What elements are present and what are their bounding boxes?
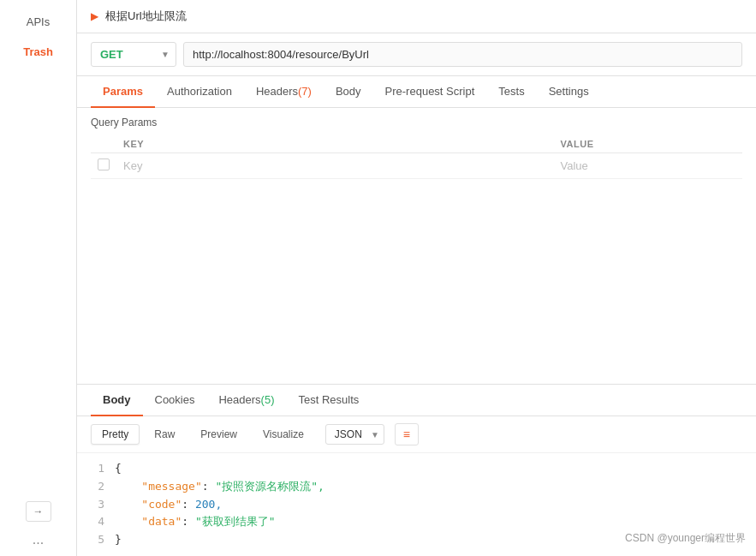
request-tabs: Params Authorization Headers(7) Body Pre… — [77, 76, 756, 108]
request-bar: GET POST PUT DELETE ▼ — [77, 33, 756, 76]
json-format-select[interactable]: JSON XML HTML Text — [325, 424, 384, 445]
row-checkbox[interactable] — [98, 158, 110, 170]
wrap-lines-button[interactable]: ≡ — [395, 423, 419, 445]
tab-tests[interactable]: Tests — [486, 76, 536, 108]
sidebar-item-trash[interactable]: Trash — [0, 37, 76, 67]
key-input-placeholder: Key — [123, 159, 142, 172]
format-visualize-button[interactable]: Visualize — [252, 424, 315, 445]
response-toolbar: Pretty Raw Preview Visualize JSON XML HT… — [77, 416, 756, 453]
collapse-icon: → — [33, 505, 44, 517]
table-row: Key Value — [91, 153, 742, 179]
method-wrapper: GET POST PUT DELETE ▼ — [91, 42, 176, 67]
json-line-1: 1 { — [91, 460, 742, 478]
query-params-label: Query Params — [91, 117, 742, 129]
sidebar: APIs Trash → ··· — [0, 0, 77, 556]
request-spacer — [77, 188, 756, 384]
wrap-icon: ≡ — [403, 427, 410, 441]
tab-params[interactable]: Params — [91, 76, 155, 108]
query-params-section: Query Params KEY VALUE Key Value — [77, 108, 756, 188]
page-title: 根据Url地址限流 — [105, 9, 187, 24]
value-input-placeholder: Value — [561, 159, 588, 172]
format-raw-button[interactable]: Raw — [143, 424, 186, 445]
tab-prerequest[interactable]: Pre-request Script — [373, 76, 487, 108]
tab-authorization[interactable]: Authorization — [155, 76, 244, 108]
json-line-2: 2 "message": "按照资源名称限流", — [91, 478, 742, 496]
json-line-3: 3 "code": 200, — [91, 496, 742, 514]
col-value-header: VALUE — [554, 135, 743, 153]
sidebar-trash-label: Trash — [23, 45, 53, 58]
format-preview-button[interactable]: Preview — [189, 424, 248, 445]
dots-icon: ··· — [33, 535, 44, 550]
title-arrow-icon: ▶ — [91, 10, 98, 22]
json-format-wrapper: JSON XML HTML Text ▼ — [325, 424, 384, 445]
response-tab-cookies[interactable]: Cookies — [143, 385, 207, 416]
sidebar-apis-label: APIs — [27, 15, 50, 28]
tab-body[interactable]: Body — [324, 76, 373, 108]
sidebar-more-button[interactable]: ··· — [27, 530, 49, 556]
format-pretty-button[interactable]: Pretty — [91, 424, 140, 445]
col-checkbox — [91, 135, 116, 153]
method-select[interactable]: GET POST PUT DELETE — [91, 42, 176, 67]
title-bar: ▶ 根据Url地址限流 — [77, 0, 756, 33]
response-tabs: Body Cookies Headers(5) Test Results — [77, 385, 756, 416]
tab-settings[interactable]: Settings — [537, 76, 601, 108]
tab-headers[interactable]: Headers(7) — [244, 76, 324, 108]
response-tab-headers[interactable]: Headers(5) — [206, 385, 286, 416]
url-input[interactable] — [183, 42, 742, 67]
response-tab-body[interactable]: Body — [91, 385, 143, 416]
sidebar-item-apis[interactable]: APIs — [0, 7, 76, 37]
response-tab-testresults[interactable]: Test Results — [287, 385, 372, 416]
response-section: Body Cookies Headers(5) Test Results Pre… — [77, 384, 756, 556]
col-key-header: KEY — [116, 135, 554, 153]
params-table: KEY VALUE Key Value — [91, 135, 742, 179]
json-line-4: 4 "data": "获取到结果了" — [91, 513, 742, 531]
sidebar-collapse-button[interactable]: → — [26, 501, 51, 522]
main-content: ▶ 根据Url地址限流 GET POST PUT DELETE ▼ Params… — [77, 0, 756, 556]
watermark: CSDN @younger编程世界 — [625, 531, 746, 546]
